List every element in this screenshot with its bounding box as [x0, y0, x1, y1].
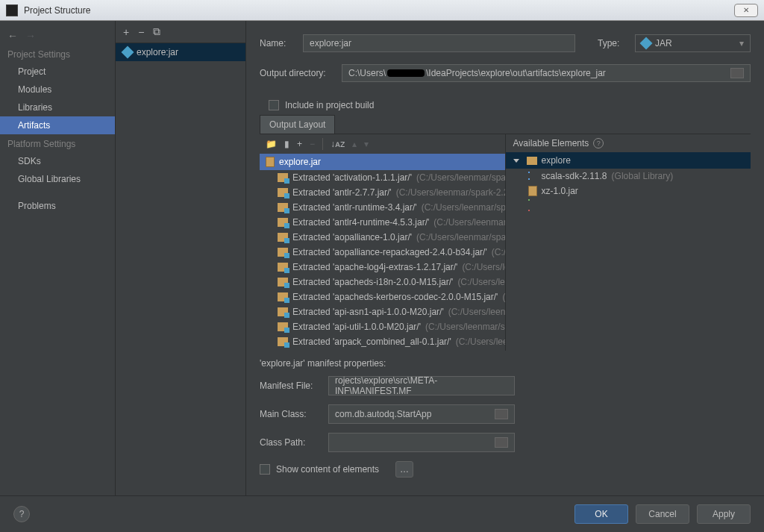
artifact-icon — [122, 46, 134, 59]
back-arrow-icon[interactable]: ← — [7, 30, 18, 42]
tree-item-name: Extracted 'activation-1.1.1.jar/' — [292, 172, 412, 183]
tree-item-path: (C:/Users/leenmar/spar — [433, 217, 504, 228]
add-copy-icon[interactable]: + — [297, 139, 302, 149]
available-item-hint: (Global Library) — [612, 171, 674, 181]
extracted-dir-icon — [278, 218, 288, 227]
type-value: JAR — [655, 38, 672, 48]
extracted-dir-icon — [278, 263, 288, 272]
outdir-suffix: \IdeaProjects\explore\out\artifacts\expl… — [426, 68, 606, 78]
sort-icon[interactable]: ↓ᴀᴢ — [331, 139, 345, 149]
browse-folder-icon[interactable] — [730, 68, 744, 78]
add-icon[interactable]: + — [123, 26, 129, 38]
extracted-dir-icon — [278, 322, 288, 331]
dialog-button-bar: ? OK Cancel Apply — [0, 495, 764, 532]
nav-libraries[interactable]: Libraries — [0, 98, 115, 116]
tree-item-name: Extracted 'apacheds-kerberos-codec-2.0.0… — [292, 292, 498, 302]
browse-main-class-icon[interactable] — [495, 409, 508, 419]
show-content-checkbox[interactable] — [260, 464, 270, 475]
tree-item-path: (C:/Users — [492, 247, 505, 257]
tree-item[interactable]: Extracted 'apacheds-kerberos-codec-2.0.0… — [260, 290, 505, 304]
tree-item[interactable]: Extracted 'antlr-runtime-3.4.jar/' (C:/U… — [260, 200, 505, 215]
nav-problems[interactable]: Problems — [0, 197, 115, 215]
browse-class-path-icon[interactable] — [495, 437, 508, 448]
chevron-down-icon: ▾ — [739, 38, 744, 48]
nav-global-libraries[interactable]: Global Libraries — [0, 170, 115, 188]
class-path-input[interactable] — [328, 433, 515, 452]
tree-item-name: Extracted 'apacheds-i18n-2.0.0-M15.jar/' — [292, 277, 453, 287]
new-folder-icon[interactable]: 📁 — [266, 139, 277, 149]
tree-root-explore-jar[interactable]: explore.jar — [260, 154, 505, 170]
manifest-file-label: Manifest File: — [260, 381, 321, 391]
outdir-prefix: C:\Users\ — [348, 68, 386, 78]
nav-project[interactable]: Project — [0, 63, 115, 81]
copy-icon[interactable]: ⧉ — [153, 25, 160, 38]
dialog-help-button[interactable]: ? — [13, 506, 30, 522]
tree-item-name: Extracted 'api-asn1-api-1.0.0-M20.jar/' — [292, 307, 444, 317]
tree-item[interactable]: Extracted 'aopalliance-1.0.jar/' (C:/Use… — [260, 230, 505, 245]
tree-item-name: Extracted 'api-util-1.0.0-M20.jar/' — [292, 322, 421, 332]
manifest-file-input[interactable]: rojects\explore\src\META-INF\MANIFEST.MF — [328, 376, 515, 395]
name-label: Name: — [260, 38, 295, 48]
artifact-toolbar: + − ⧉ — [116, 21, 245, 43]
close-button[interactable]: ✕ — [734, 4, 758, 17]
tree-item[interactable]: Extracted 'activation-1.1.1.jar/' (C:/Us… — [260, 170, 505, 185]
include-in-build-label: Include in project build — [285, 100, 374, 110]
tree-item[interactable]: Extracted 'aopalliance-repackaged-2.4.0-… — [260, 245, 505, 260]
remove-entry-icon: − — [310, 139, 315, 149]
jar-file-icon — [528, 186, 537, 196]
tree-item-name: Extracted 'aopalliance-1.0.jar/' — [292, 232, 412, 242]
apply-button[interactable]: Apply — [697, 504, 751, 524]
show-content-label: Show content of elements — [276, 464, 379, 475]
available-root-explore[interactable]: explore — [506, 152, 751, 169]
settings-sidebar: ← → Project Settings Project Modules Lib… — [0, 21, 116, 495]
remove-icon[interactable]: − — [138, 26, 144, 38]
available-item-name: scala-sdk-2.11.8 — [542, 171, 607, 181]
ok-button[interactable]: OK — [574, 504, 628, 524]
layout-toolbar: 📁 ▮ + − ↓ᴀᴢ ▴ ▾ — [260, 134, 505, 154]
tab-row: Output Layout — [260, 115, 751, 134]
tab-output-layout[interactable]: Output Layout — [260, 115, 335, 134]
tree-item[interactable]: Extracted 'arpack_combined_all-0.1.jar/'… — [260, 334, 505, 349]
extracted-dir-icon — [278, 292, 288, 301]
cancel-button[interactable]: Cancel — [636, 504, 689, 524]
name-input[interactable] — [303, 34, 575, 52]
tree-item[interactable]: Extracted 'apacheds-i18n-2.0.0-M15.jar/'… — [260, 275, 505, 290]
nav-sdks[interactable]: SDKs — [0, 152, 115, 170]
tree-item-path: (C:/Users/leenmar/spark-2.2.1-bi — [396, 187, 505, 198]
include-in-build-checkbox[interactable] — [269, 100, 279, 110]
show-content-options-button[interactable]: … — [395, 461, 413, 478]
tree-item-path: (C:/Users/leenma — [457, 277, 504, 287]
available-item[interactable]: scala-sdk-2.11.8 (Global Library) — [506, 169, 751, 184]
nav-artifacts[interactable]: Artifacts — [0, 116, 115, 134]
tree-item-name: Extracted 'apache-log4j-extras-1.2.17.ja… — [292, 262, 457, 272]
tree-item[interactable]: Extracted 'api-util-1.0.0-M20.jar/' (C:/… — [260, 319, 505, 334]
new-archive-icon[interactable]: ▮ — [284, 139, 289, 149]
move-down-icon: ▾ — [364, 139, 369, 149]
artifact-list-panel: + − ⧉ explore:jar — [116, 21, 246, 495]
output-dir-field[interactable]: C:\Users\\IdeaProjects\explore\out\artif… — [342, 64, 751, 82]
tree-item[interactable]: Extracted 'apache-log4j-extras-1.2.17.ja… — [260, 260, 505, 275]
available-root-label: explore — [542, 155, 571, 166]
help-icon[interactable]: ? — [593, 138, 604, 148]
manifest-properties: 'explore.jar' manifest properties: Manif… — [260, 351, 751, 482]
output-layout-tree-panel: 📁 ▮ + − ↓ᴀᴢ ▴ ▾ explore.jar Extracted 'a… — [260, 134, 506, 351]
main-class-input[interactable]: com.db.autodq.StartApp — [328, 404, 515, 424]
tree-item[interactable]: Extracted 'api-asn1-api-1.0.0-M20.jar/' … — [260, 304, 505, 319]
class-path-label: Class Path: — [260, 437, 321, 448]
tree-root-label: explore.jar — [279, 157, 321, 167]
tree-item-name: Extracted 'aopalliance-repackaged-2.4.0-… — [292, 247, 487, 257]
tree-item[interactable]: Extracted 'antlr-2.7.7.jar/' (C:/Users/l… — [260, 185, 505, 200]
manifest-title: 'explore.jar' manifest properties: — [260, 358, 751, 369]
artifact-item-explore-jar[interactable]: explore:jar — [116, 43, 245, 61]
available-item[interactable]: xz-1.0.jar — [506, 184, 751, 198]
tree-item-path: (C:/Users/leenmar/s — [448, 307, 505, 317]
tree-item-path: (C:/Users/leenmar/spark-2 — [422, 202, 505, 213]
artifact-item-label: explore:jar — [137, 47, 178, 57]
tree-item-name: Extracted 'arpack_combined_all-0.1.jar/' — [292, 337, 451, 347]
extracted-dir-icon — [278, 173, 288, 182]
output-dir-label: Output directory: — [260, 68, 334, 78]
nav-modules[interactable]: Modules — [0, 81, 115, 98]
tree-item[interactable]: Extracted 'antlr4-runtime-4.5.3.jar/' (C… — [260, 215, 505, 230]
move-up-icon: ▴ — [352, 139, 357, 149]
type-combo[interactable]: JAR ▾ — [635, 34, 751, 52]
